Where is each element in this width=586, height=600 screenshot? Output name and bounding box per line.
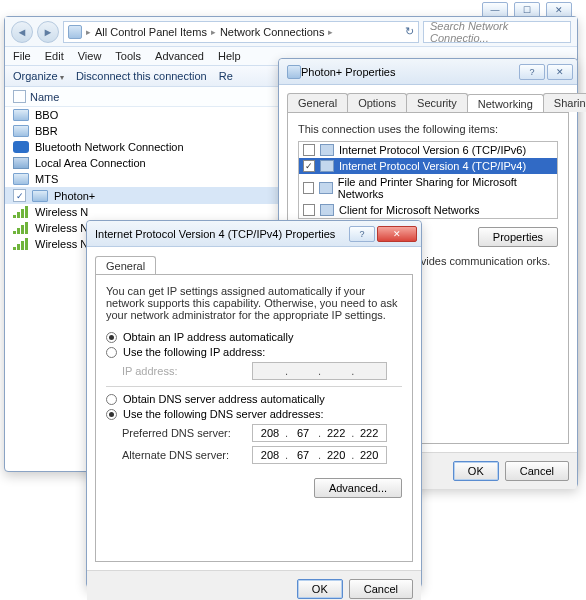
tab-general[interactable]: General — [287, 93, 348, 112]
lan-icon — [13, 157, 29, 169]
cancel-button[interactable]: Cancel — [349, 579, 413, 599]
chevron-right-icon: ▸ — [86, 27, 91, 37]
item-checkbox[interactable] — [303, 204, 315, 216]
item-checkbox[interactable]: ✓ — [13, 189, 26, 202]
back-button[interactable]: ◄ — [11, 21, 33, 43]
connection-icon — [13, 173, 29, 185]
protocol-icon — [320, 160, 334, 172]
alternate-dns-label: Alternate DNS server: — [122, 449, 252, 461]
connection-icon — [13, 109, 29, 121]
titlebar[interactable]: Photon+ Properties ? ✕ — [279, 59, 577, 85]
protocol-icon — [319, 182, 332, 194]
menu-advanced[interactable]: Advanced — [155, 50, 204, 62]
search-input[interactable]: Search Network Connectio... — [423, 21, 571, 43]
wifi-icon — [13, 222, 29, 234]
item-checkbox[interactable]: ✓ — [303, 160, 315, 172]
network-item[interactable]: Internet Protocol Version 6 (TCP/IPv6) — [299, 142, 557, 158]
breadcrumb-item[interactable]: Network Connections — [220, 26, 325, 38]
tab-general[interactable]: General — [95, 256, 156, 275]
connection-icon — [32, 190, 48, 202]
radio-icon — [106, 347, 117, 358]
network-item[interactable]: File and Printer Sharing for Microsoft N… — [299, 174, 557, 202]
control-panel-icon — [68, 25, 82, 39]
radio-ip-auto[interactable]: Obtain an IP address automatically — [106, 331, 402, 343]
preferred-dns-input[interactable]: 208.67.222.222 — [252, 424, 387, 442]
item-checkbox[interactable] — [303, 144, 315, 156]
item-checkbox[interactable] — [303, 182, 314, 194]
radio-icon — [106, 332, 117, 343]
disconnect-button[interactable]: Disconnect this connection — [76, 70, 207, 82]
wifi-icon — [13, 238, 29, 250]
tab-strip: General — [87, 247, 421, 274]
tab-sharing[interactable]: Sharing — [543, 93, 586, 112]
refresh-icon[interactable]: ↻ — [405, 25, 414, 38]
menu-tools[interactable]: Tools — [115, 50, 141, 62]
properties-icon — [287, 65, 301, 79]
network-item[interactable]: ✓Internet Protocol Version 4 (TCP/IPv4) — [299, 158, 557, 174]
radio-icon — [106, 394, 117, 405]
radio-ip-manual[interactable]: Use the following IP address: — [106, 346, 402, 358]
dialog-buttons: OK Cancel — [87, 570, 421, 600]
titlebar[interactable]: Internet Protocol Version 4 (TCP/IPv4) P… — [87, 221, 421, 247]
tab-security[interactable]: Security — [406, 93, 468, 112]
bluetooth-icon — [13, 141, 29, 153]
chevron-right-icon: ▸ — [211, 27, 216, 37]
tab-options[interactable]: Options — [347, 93, 407, 112]
lead-text: This connection uses the following items… — [298, 123, 558, 135]
menu-help[interactable]: Help — [218, 50, 241, 62]
organize-button[interactable]: Organize — [13, 70, 64, 82]
ip-address-label: IP address: — [122, 365, 252, 377]
radio-icon — [106, 409, 117, 420]
network-items-list: Internet Protocol Version 6 (TCP/IPv6) ✓… — [298, 141, 558, 219]
ip-address-input: ... — [252, 362, 387, 380]
network-item[interactable]: Client for Microsoft Networks — [299, 202, 557, 218]
protocol-icon — [320, 204, 334, 216]
radio-dns-auto[interactable]: Obtain DNS server address automatically — [106, 393, 402, 405]
menu-edit[interactable]: Edit — [45, 50, 64, 62]
intro-text: You can get IP settings assigned automat… — [106, 285, 402, 321]
alternate-dns-input[interactable]: 208.67.220.220 — [252, 446, 387, 464]
forward-button[interactable]: ► — [37, 21, 59, 43]
protocol-icon — [320, 144, 334, 156]
chevron-right-icon: ▸ — [328, 27, 333, 37]
cancel-button[interactable]: Cancel — [505, 461, 569, 481]
address-bar: ◄ ► ▸ All Control Panel Items ▸ Network … — [5, 17, 577, 47]
tab-networking[interactable]: Networking — [467, 94, 544, 113]
tab-strip: General Options Security Networking Shar… — [279, 85, 577, 112]
breadcrumb-item[interactable]: All Control Panel Items — [95, 26, 207, 38]
close-button[interactable]: ✕ — [377, 226, 417, 242]
preferred-dns-label: Preferred DNS server: — [122, 427, 252, 439]
help-button[interactable]: ? — [519, 64, 545, 80]
tab-panel: You can get IP settings assigned automat… — [95, 274, 413, 562]
radio-dns-manual[interactable]: Use the following DNS server addresses: — [106, 408, 402, 420]
select-all-checkbox[interactable] — [13, 90, 26, 103]
breadcrumb[interactable]: ▸ All Control Panel Items ▸ Network Conn… — [63, 21, 419, 43]
menu-view[interactable]: View — [78, 50, 102, 62]
close-button[interactable]: ✕ — [547, 64, 573, 80]
menu-file[interactable]: File — [13, 50, 31, 62]
toolbar-item[interactable]: Re — [219, 70, 233, 82]
connection-icon — [13, 125, 29, 137]
properties-button[interactable]: Properties — [478, 227, 558, 247]
ipv4-properties-dialog: Internet Protocol Version 4 (TCP/IPv4) P… — [86, 220, 422, 588]
help-button[interactable]: ? — [349, 226, 375, 242]
advanced-button[interactable]: Advanced... — [314, 478, 402, 498]
ok-button[interactable]: OK — [453, 461, 499, 481]
wifi-icon — [13, 206, 29, 218]
ok-button[interactable]: OK — [297, 579, 343, 599]
